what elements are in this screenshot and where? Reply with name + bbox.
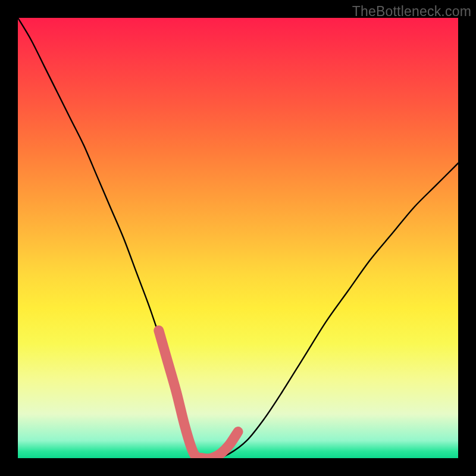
highlight-band-path — [159, 330, 238, 458]
plot-area — [18, 18, 458, 458]
watermark-text: TheBottleneck.com — [352, 4, 471, 20]
chart-svg — [18, 18, 458, 458]
chart-frame: TheBottleneck.com — [0, 0, 476, 476]
bottleneck-curve-path — [18, 18, 458, 458]
